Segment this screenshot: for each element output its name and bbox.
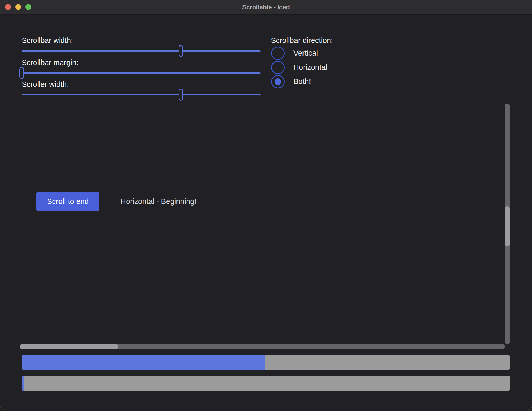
slider-handle[interactable] [179, 89, 183, 101]
app-window: Scrollable - Iced Scrollbar width: Scrol… [0, 0, 532, 411]
radio-circle-icon[interactable] [271, 47, 285, 60]
scroller-width-label: Scroller width: [22, 80, 69, 89]
slider-rail[interactable] [22, 94, 261, 95]
radio-circle-icon[interactable] [271, 75, 285, 88]
progress-fill [22, 376, 24, 391]
scrollbar-margin-slider[interactable] [22, 67, 261, 79]
radio-option-vertical[interactable]: Vertical [271, 46, 318, 60]
scroll-status-text: Horizontal - Beginning! [121, 192, 196, 211]
radio-selected-dot-icon [275, 78, 281, 85]
titlebar: Scrollable - Iced [0, 0, 532, 15]
radio-option-label: Vertical [293, 49, 318, 57]
radio-option-horizontal[interactable]: Horizontal [271, 60, 327, 74]
radio-option-label: Both! [293, 77, 311, 86]
radio-option-both[interactable]: Both! [271, 74, 311, 89]
window-title: Scrollable - Iced [0, 0, 532, 14]
scroller-width-slider[interactable] [22, 89, 261, 101]
vertical-scrollbar-thumb[interactable] [505, 206, 510, 246]
horizontal-scroll-progress-bar [22, 376, 510, 391]
slider-handle[interactable] [19, 67, 24, 79]
horizontal-scrollbar-track[interactable] [20, 344, 505, 349]
radio-option-label: Horizontal [293, 63, 327, 72]
scrollbar-margin-label: Scrollbar margin: [22, 58, 78, 67]
horizontal-scrollbar-thumb[interactable] [20, 344, 118, 349]
scrollbar-width-slider[interactable] [22, 45, 261, 57]
radio-circle-icon[interactable] [271, 61, 285, 74]
slider-rail[interactable] [22, 72, 261, 74]
slider-rail[interactable] [22, 50, 261, 52]
scroll-to-end-button[interactable]: Scroll to end [36, 192, 99, 211]
vertical-scrollbar-track[interactable] [505, 104, 510, 344]
scrollbar-width-label: Scrollbar width: [22, 36, 73, 45]
scrollbar-direction-label: Scrollbar direction: [271, 36, 333, 45]
vertical-scroll-progress-bar [22, 355, 510, 370]
progress-fill [22, 355, 265, 370]
slider-handle[interactable] [179, 45, 183, 57]
